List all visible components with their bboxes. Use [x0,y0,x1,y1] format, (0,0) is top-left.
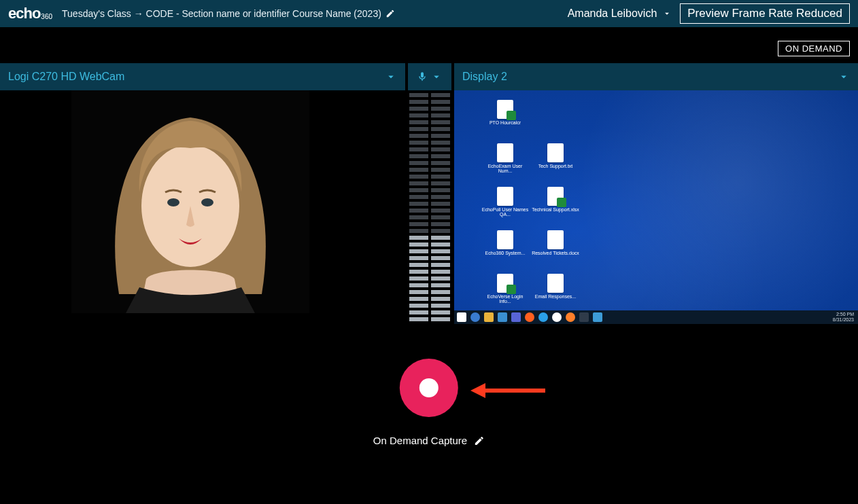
webcam-preview [0,90,405,328]
audio-meter-segment [409,195,428,199]
audio-meter-segment [431,242,450,247]
logo-sub: 360 [41,14,52,20]
audio-meter-segment [409,188,428,192]
microphone-icon [417,71,428,83]
audio-meter-segment [409,222,428,226]
audio-meter-segment [409,270,428,274]
user-dropdown[interactable]: Amanda Leibovich [568,7,672,20]
audio-meter-segment [409,215,428,219]
audio-meter-segment [431,154,450,158]
svg-marker-5 [470,383,485,398]
audio-meter-segment [409,175,428,179]
mic-source-dropdown[interactable] [408,63,451,90]
audio-meter-segment [409,310,428,314]
audio-meter-segment [409,107,428,111]
record-icon [419,378,439,397]
breadcrumb[interactable]: Tuesday's Class → CODE - Section name or… [62,8,558,19]
app-icon [579,312,589,322]
audio-meter-segment [409,317,428,321]
folder-icon [484,312,494,322]
audio-meter-segment [409,209,428,213]
audio-meter-segment [409,229,428,233]
audio-meter-segment [431,276,450,281]
desktop-file-icon: Tech Support.txt [532,143,579,184]
webcam-person-illustration [71,90,309,313]
audio-meter-segment [409,283,428,287]
chevron-down-icon [430,71,443,83]
pencil-icon[interactable] [385,9,395,18]
audio-meter-segment [431,202,450,206]
audio-meter-segment [431,249,450,253]
audio-meter-segment [409,276,428,281]
audio-meter-segment [431,317,450,321]
audio-meter-segment [409,304,428,308]
audio-meter-segment [409,93,428,97]
audio-meter-segment [431,100,450,104]
audio-meter-segment [431,270,450,274]
audio-meter-segment [431,134,450,138]
app-icon [593,312,602,322]
edge-icon [538,312,548,322]
audio-meter-segment [409,263,428,267]
audio-meter-segment [431,310,450,314]
audio-meter-segment [431,147,450,151]
audio-meter-segment [431,222,450,226]
audio-meter-segment [409,236,428,240]
audio-meter-segment [431,290,450,294]
desktop-file-icon: EchoPoll User Names QA... [481,187,529,228]
audio-meter-segment [409,181,428,185]
svg-point-2 [167,198,179,206]
search-icon [470,312,480,322]
audio-meter-segment [409,297,428,301]
start-icon [457,312,466,322]
audio-meter-segment [409,113,428,118]
audio-meter-segment [431,175,450,179]
audio-meter-segment [409,127,428,131]
audio-meter-segment [431,209,450,213]
audio-meter-segment [409,100,428,104]
svg-point-3 [201,198,213,206]
desktop-file-icon: Technical Support.xlsx [532,187,579,228]
audio-meter-segment [409,147,428,151]
user-name: Amanda Leibovich [568,7,657,20]
display-source-dropdown[interactable]: Display 2 [454,63,858,90]
caret-down-icon [662,9,672,18]
app-icon [566,312,575,322]
audio-meter-segment [431,188,450,192]
webcam-source-dropdown[interactable]: Logi C270 HD WebCam [0,63,405,90]
display-source-label: Display 2 [462,71,507,83]
firefox-icon [525,312,534,322]
mail-icon [498,312,507,322]
record-button[interactable] [400,359,458,417]
audio-meter-segment [431,229,450,233]
audio-meter-segment [431,168,450,172]
desktop-file-icon: Resolved Tickets.docx [532,230,579,271]
discord-icon [511,312,521,322]
chevron-down-icon [385,71,397,83]
audio-meter-segment [431,236,450,240]
audio-meter-segment [409,256,428,260]
audio-meter-segment [431,161,450,165]
logo-text: echo [8,6,40,21]
audio-meter-segment [409,161,428,165]
webcam-source-label: Logi C270 HD WebCam [8,71,124,83]
audio-meter-segment [431,297,450,301]
audio-meter-segment [409,134,428,138]
chevron-down-icon [838,71,850,83]
audio-meter-segment [409,154,428,158]
audio-level-meter [408,90,451,328]
audio-meter-segment [409,202,428,206]
audio-meter-segment [431,120,450,124]
audio-meter-segment [409,249,428,253]
pencil-icon[interactable] [474,435,485,446]
audio-meter-segment [431,113,450,118]
desktop-file-icon: Echo360 System... [481,230,529,271]
audio-meter-segment [431,283,450,287]
desktop-file-icon: PTO Hourcalcr [481,100,529,141]
on-demand-badge: ON DEMAND [778,41,850,56]
framerate-notice: Preview Frame Rate Reduced [680,3,850,24]
windows-taskbar: 2:50 PM 8/31/2023 [454,310,858,324]
audio-meter-segment [431,195,450,199]
audio-meter-segment [409,141,428,145]
red-annotation-arrow [470,380,545,401]
